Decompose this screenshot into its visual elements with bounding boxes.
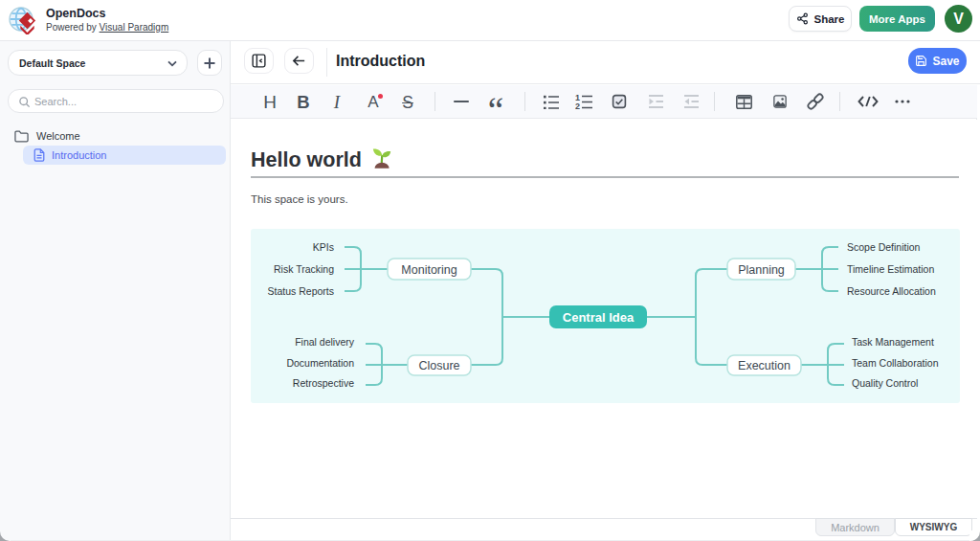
svg-text:Quality Control: Quality Control xyxy=(852,377,918,389)
svg-text:2: 2 xyxy=(575,101,580,109)
svg-text:Monitoring: Monitoring xyxy=(401,263,457,277)
svg-text:Documentation: Documentation xyxy=(286,357,354,369)
svg-text:Final delivery: Final delivery xyxy=(295,336,355,348)
svg-text:Team Collaboration: Team Collaboration xyxy=(852,357,939,369)
svg-text:Execution: Execution xyxy=(738,359,791,372)
svg-text:Task Management: Task Management xyxy=(852,336,934,348)
svg-text:Retrospective: Retrospective xyxy=(293,377,354,389)
svg-text:Status Reports: Status Reports xyxy=(268,285,334,297)
svg-text:Timeline Estimation: Timeline Estimation xyxy=(847,263,934,275)
svg-text:Closure: Closure xyxy=(418,359,459,372)
svg-text:Planning: Planning xyxy=(738,263,785,277)
svg-text:Risk Tracking: Risk Tracking xyxy=(274,263,334,275)
svg-text:KPIs: KPIs xyxy=(313,241,334,253)
svg-text:Scope Definition: Scope Definition xyxy=(847,241,921,253)
svg-text:Resource Allocation: Resource Allocation xyxy=(847,285,936,297)
svg-text:Central Idea: Central Idea xyxy=(563,310,635,325)
